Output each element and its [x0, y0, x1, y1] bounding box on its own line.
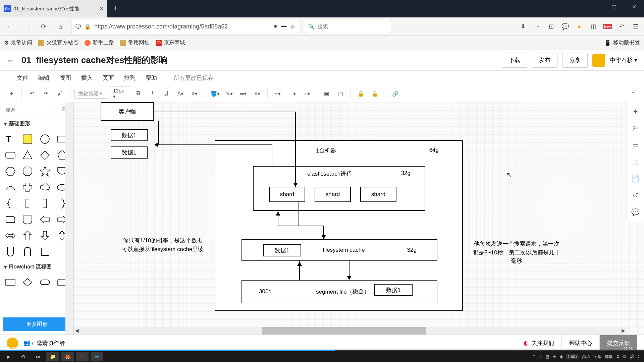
diagram-client-box[interactable]: 客户端 [101, 102, 154, 121]
diagram-note-right[interactable]: 他每次发送一个搜索请求，第一次都是5~10秒，第二次以后都是几十毫秒 [473, 240, 560, 265]
arrow-icon[interactable]: →▾ [300, 87, 312, 100]
scroll-left-icon[interactable]: ◀ [75, 328, 79, 333]
shape-bracket-l[interactable] [20, 196, 35, 210]
info-icon[interactable]: ⓘ [75, 23, 81, 30]
shape-u-right[interactable] [20, 245, 35, 259]
navigator-icon[interactable]: ✦ [630, 106, 641, 117]
volume-icon[interactable]: 🔊 [630, 354, 635, 359]
settings-icon[interactable]: ⚙ [616, 354, 620, 359]
fill-icon[interactable]: 🪣▾ [209, 87, 221, 100]
canvas[interactable]: 客户端 数据1 数据1 1台机器 64g elasticsearch进程 32g… [74, 102, 644, 335]
replay-icon[interactable]: ⟲ [17, 352, 30, 361]
diagram-shard-3[interactable]: shard [360, 187, 396, 202]
bookmark-getting-started[interactable]: 新手上路 [85, 39, 114, 46]
menu-arrange[interactable]: 排列 [124, 74, 136, 82]
tray-send-icon[interactable]: ✈ [553, 354, 556, 359]
shape-hexagon[interactable] [3, 164, 17, 178]
shape-drop[interactable] [20, 213, 35, 227]
taskbar-wps-icon[interactable]: W [91, 352, 103, 361]
new-badge[interactable]: New [603, 22, 612, 31]
downloads-icon[interactable]: ⬇ [519, 22, 527, 31]
tray-disc-icon[interactable]: ◉ [559, 354, 563, 359]
history-icon[interactable]: ↺ [630, 190, 641, 201]
format-painter-icon[interactable]: 🖌 [54, 87, 66, 100]
home-icon[interactable]: ⌂ [54, 20, 66, 33]
taskbar-folder-icon[interactable]: 📁 [46, 352, 59, 361]
star-icon[interactable]: ☆ [290, 23, 295, 30]
shape-search-input[interactable] [3, 105, 71, 115]
follow-us-link[interactable]: ◐关注我们 [516, 335, 561, 351]
shape-arrow-left[interactable] [38, 213, 52, 227]
shape-arrow-lr[interactable] [3, 229, 17, 243]
shape-arrow-up[interactable] [20, 229, 35, 243]
download-button[interactable]: 下载 [502, 53, 527, 68]
document-title[interactable]: 01_filesystem cache对es性能的影响 [21, 54, 168, 66]
username[interactable]: 中华石杉 ▾ [610, 56, 637, 64]
back-icon[interactable]: ← [4, 20, 16, 33]
line-icon[interactable]: —▾ [286, 87, 298, 100]
tray-app-icon[interactable]: ▦ [546, 354, 549, 359]
reload-icon[interactable]: ⟳ [38, 20, 50, 33]
cursor-tool[interactable]: ✦ [5, 87, 17, 100]
scroll-thumb[interactable] [262, 327, 426, 335]
tray-chevron-icon[interactable]: ˄ [533, 354, 535, 359]
menu-page[interactable]: 页面 [103, 74, 114, 82]
play-icon[interactable]: ▶ [2, 352, 15, 361]
tray-word-icon[interactable]: W [538, 354, 542, 359]
diagram-shard-1[interactable]: shard [269, 187, 305, 202]
video-hd[interactable]: 高清 [582, 354, 590, 360]
outline-icon[interactable]: 📄 [630, 173, 641, 184]
shape-fc-rect[interactable] [3, 275, 17, 289]
metrics-icon[interactable]: ▤ [630, 157, 641, 167]
diagram-shard-2[interactable]: shard [315, 187, 351, 202]
close-window-icon[interactable]: ✕ [624, 0, 644, 13]
video-speed[interactable]: 1.50x [566, 354, 579, 359]
next-icon[interactable]: ⏭ [32, 352, 44, 361]
diagram-data1-a[interactable]: 数据1 [111, 129, 148, 141]
mobile-bookmarks[interactable]: 📱移动版书签 [604, 39, 640, 46]
bookmark-common[interactable]: 常用网址 [120, 39, 150, 46]
shape-note[interactable] [20, 132, 35, 146]
shape-corner[interactable] [38, 245, 52, 259]
search-bar[interactable]: 🔍 [304, 20, 391, 33]
shape-fc-rounded[interactable] [38, 275, 52, 289]
shape-star[interactable] [38, 164, 52, 178]
reader-icon[interactable]: ⊞ [274, 24, 278, 29]
taskbar-ppt-icon[interactable]: P [76, 352, 89, 361]
shape-arc[interactable] [3, 180, 17, 194]
menu-insert[interactable]: 插入 [81, 74, 93, 82]
border-color-icon[interactable]: ✎▾ [223, 87, 235, 100]
sidebar-scrollbar[interactable] [65, 102, 73, 335]
diagram-data1-b[interactable]: 数据1 [111, 146, 148, 159]
undo-nav-icon[interactable]: ↶ [617, 22, 626, 31]
flowchart-section[interactable]: ▾ Flowchart 流程图 [0, 261, 73, 273]
forward-icon[interactable]: → [21, 20, 33, 33]
send-back-icon[interactable]: ▢ [334, 87, 346, 100]
shape-plus[interactable] [20, 180, 35, 194]
video-playlist[interactable]: 选集 [605, 354, 613, 360]
unlock-icon[interactable]: 🔓 [369, 87, 381, 100]
browser-tab[interactable]: On 01_filesystem cache对es性能 × [0, 0, 107, 17]
bookmark-most-visited[interactable]: ⚙最常访问 [4, 39, 32, 46]
undo-icon[interactable]: ↶ [26, 87, 38, 100]
app-back-icon[interactable]: ← [7, 56, 15, 65]
more-icon[interactable]: ••• [281, 23, 287, 29]
shape-text[interactable]: T [3, 132, 17, 146]
video-subtitle[interactable]: 字幕 [593, 354, 601, 360]
shape-circle[interactable] [38, 132, 52, 146]
connector-icon[interactable]: ⌐▾ [272, 87, 284, 100]
close-tab-icon[interactable]: × [100, 5, 103, 12]
font-select[interactable]: 微软雅黑 ▾ [74, 89, 108, 99]
diagram-segment-data[interactable]: 数据1 [374, 284, 413, 296]
screenshot-icon[interactable]: ⊡ [547, 22, 555, 31]
line-style-icon[interactable]: ═▾ [237, 87, 249, 100]
comment-icon[interactable]: 💬 [630, 207, 641, 218]
maximize-icon[interactable]: ▢ [604, 0, 624, 13]
collapse-toolbar-icon[interactable]: ⌃ [627, 87, 639, 100]
menu-edit[interactable]: 编辑 [38, 74, 50, 82]
diagram-note-left[interactable]: 你只有1/10的概率，是这个数据可以直接从filesystem cache里读 [121, 236, 205, 253]
bookmark-firefox[interactable]: 火狐官方站点 [38, 39, 78, 46]
align-icon[interactable]: ≡▾ [189, 87, 201, 100]
shape-u-left[interactable] [3, 245, 17, 259]
theme-icon[interactable]: 🏳 [630, 123, 641, 134]
